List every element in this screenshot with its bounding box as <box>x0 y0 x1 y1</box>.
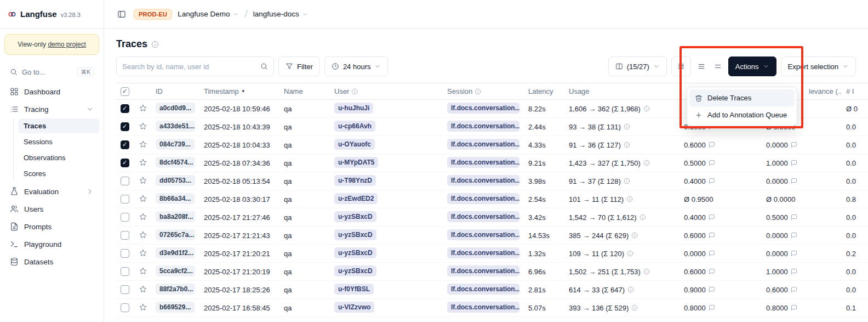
star-icon[interactable] <box>139 249 147 257</box>
star-icon[interactable] <box>139 159 147 166</box>
row-checkbox[interactable] <box>121 104 129 113</box>
user-badge[interactable]: u-yzSBxcD <box>334 211 376 222</box>
comment-icon-b[interactable] <box>791 286 797 293</box>
info-icon[interactable] <box>643 160 650 166</box>
comment-icon-a[interactable] <box>709 268 715 275</box>
session-badge[interactable]: lf.docs.conversation... <box>447 139 519 150</box>
actions-button[interactable]: Actions <box>728 57 776 76</box>
star-icon[interactable] <box>139 140 147 148</box>
user-badge[interactable]: u-yzSBxcD <box>334 265 376 276</box>
session-badge[interactable]: lf.docs.conversation... <box>447 211 519 222</box>
comment-icon-a[interactable] <box>709 250 715 257</box>
session-badge[interactable]: lf.docs.conversation... <box>447 193 519 204</box>
menu-item-add-to-annotation-queue[interactable]: Add to Annotation Queue <box>689 106 795 123</box>
info-icon[interactable] <box>627 286 634 293</box>
column-visibility-button[interactable]: (15/27) <box>608 57 667 76</box>
row-checkbox[interactable] <box>121 267 129 276</box>
user-badge[interactable]: u-yzSBxcD <box>334 247 376 258</box>
session-badge[interactable]: lf.docs.conversation... <box>447 284 519 295</box>
comment-icon-b[interactable] <box>791 142 797 148</box>
project-switcher[interactable]: langfuse-docs <box>253 10 309 18</box>
comment-icon-a[interactable] <box>709 178 715 184</box>
search-icon[interactable] <box>260 63 268 70</box>
trace-id-badge[interactable]: 88f2a7b0... <box>156 284 195 295</box>
row-checkbox[interactable] <box>121 231 129 240</box>
org-switcher[interactable]: Langfuse Demo <box>178 10 239 18</box>
table-row[interactable]: 084c739... 2025-02-18 10:04:33 qa u-OYau… <box>116 136 868 154</box>
star-icon[interactable] <box>139 122 147 130</box>
star-icon[interactable] <box>139 104 147 112</box>
export-selection-button[interactable]: Export selection <box>781 57 856 76</box>
sidebar-item-tracing[interactable]: Tracing <box>4 101 99 117</box>
user-badge[interactable]: u-T98YnzD <box>334 175 376 186</box>
info-icon[interactable] <box>643 105 650 112</box>
session-badge[interactable]: lf.docs.conversation... <box>447 247 519 258</box>
row-height-large-button[interactable] <box>712 60 724 72</box>
session-badge[interactable]: lf.docs.conversation... <box>447 175 519 186</box>
row-checkbox[interactable] <box>121 140 129 149</box>
comment-icon-b[interactable] <box>791 214 797 221</box>
comment-icon-b[interactable] <box>791 160 797 166</box>
select-all-checkbox[interactable] <box>121 87 129 96</box>
session-badge[interactable]: lf.docs.conversation... <box>447 265 519 276</box>
user-badge[interactable]: u-MYpDAT5 <box>334 157 378 168</box>
trace-id-badge[interactable]: 5cca9cf2... <box>156 265 195 276</box>
row-checkbox[interactable] <box>121 249 129 258</box>
user-badge[interactable]: u-yzSBxcD <box>334 229 376 240</box>
comment-icon-b[interactable] <box>791 304 797 311</box>
comment-icon-a[interactable] <box>709 286 715 293</box>
table-row[interactable]: 8dcf4574... 2025-02-18 07:34:36 qa u-MYp… <box>116 154 868 172</box>
row-height-small-button[interactable] <box>671 57 691 76</box>
table-row[interactable]: 5cca9cf2... 2025-02-17 21:20:19 qa u-yzS… <box>116 263 868 281</box>
trace-id-badge[interactable]: a433de51... <box>156 121 195 132</box>
user-badge[interactable]: u-cp66Avh <box>334 121 375 132</box>
star-icon[interactable] <box>139 267 147 275</box>
trace-id-badge[interactable]: 8dcf4574... <box>156 157 195 168</box>
info-icon[interactable] <box>631 232 638 239</box>
row-checkbox[interactable] <box>121 159 129 167</box>
sidebar-item-playground[interactable]: Playground <box>4 236 99 252</box>
table-row[interactable]: 88f2a7b0... 2025-02-17 18:25:26 qa u-f0Y… <box>116 281 868 299</box>
star-icon[interactable] <box>139 213 147 221</box>
info-icon[interactable] <box>351 88 358 95</box>
info-icon[interactable] <box>626 196 633 202</box>
search-input[interactable] <box>122 63 256 71</box>
user-badge[interactable]: u-OYauofc <box>334 139 375 150</box>
row-checkbox[interactable] <box>121 195 129 204</box>
info-icon[interactable] <box>624 123 630 130</box>
info-icon[interactable] <box>624 142 630 148</box>
user-badge[interactable]: u-f0YfBSL <box>334 284 374 295</box>
row-checkbox[interactable] <box>121 177 129 185</box>
session-badge[interactable]: lf.docs.conversation... <box>447 103 519 114</box>
session-badge[interactable]: lf.docs.conversation... <box>447 302 519 313</box>
session-badge[interactable]: lf.docs.conversation... <box>447 229 519 240</box>
sidebar-item-users[interactable]: Users <box>4 201 99 217</box>
session-badge[interactable]: lf.docs.conversation... <box>447 121 519 132</box>
sidebar-item-dashboard[interactable]: Dashboard <box>4 83 99 100</box>
comment-icon-a[interactable] <box>709 160 715 166</box>
table-row[interactable]: 8b66a34... 2025-02-18 03:30:17 qa u-zEwd… <box>116 190 868 208</box>
star-icon[interactable] <box>139 177 147 184</box>
row-checkbox[interactable] <box>121 213 129 222</box>
row-checkbox[interactable] <box>121 285 129 294</box>
trace-id-badge[interactable]: 8b66a34... <box>156 193 195 204</box>
comment-icon-b[interactable] <box>791 268 797 275</box>
star-icon[interactable] <box>139 195 147 202</box>
table-row[interactable]: 07265c7a... 2025-02-17 21:21:43 qa u-yzS… <box>116 227 868 245</box>
comment-icon-a[interactable] <box>709 232 715 239</box>
sidebar-item-traces[interactable]: Traces <box>18 118 99 133</box>
sidebar-item-sessions[interactable]: Sessions <box>18 134 99 149</box>
info-icon[interactable] <box>151 41 159 48</box>
comment-icon-a[interactable] <box>709 214 715 221</box>
trace-id-badge[interactable]: 07265c7a... <box>156 229 195 240</box>
comment-icon-b[interactable] <box>791 250 797 257</box>
row-checkbox[interactable] <box>121 303 129 312</box>
table-row[interactable]: ba8a208f... 2025-02-17 21:27:46 qa u-yzS… <box>116 208 868 227</box>
user-badge[interactable]: u-VIZzvwo <box>334 302 374 313</box>
info-icon[interactable] <box>643 268 650 275</box>
timestamp-column-header[interactable]: Timestamp▼ <box>199 83 279 100</box>
info-icon[interactable] <box>627 250 633 257</box>
sidebar-item-prompts[interactable]: Prompts <box>4 218 99 235</box>
sidebar-item-scores[interactable]: Scores <box>18 166 99 181</box>
sidebar-item-evaluation[interactable]: Evaluation <box>4 183 99 200</box>
